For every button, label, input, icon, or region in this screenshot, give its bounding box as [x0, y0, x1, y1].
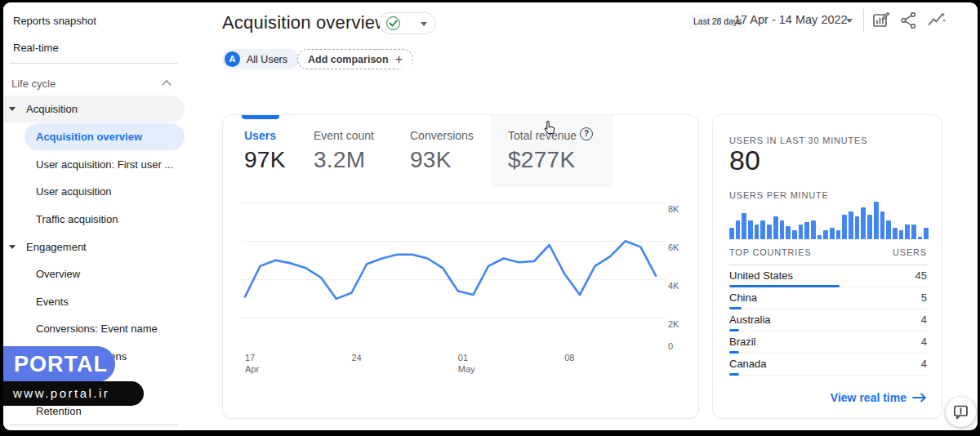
per-minute-bar	[804, 222, 809, 239]
selected-tab-indicator	[242, 115, 279, 119]
per-minute-bar	[823, 230, 828, 240]
per-minute-bar	[755, 225, 760, 239]
date-range-selector[interactable]: 17 Apr - 14 May 2022	[734, 13, 848, 26]
country-users-value: 4	[921, 314, 927, 326]
country-name: Australia	[729, 314, 771, 326]
per-minute-bar	[905, 225, 910, 239]
sidebar-divider	[10, 425, 178, 425]
per-minute-bar	[748, 220, 753, 239]
country-row: China5	[729, 287, 927, 309]
window-frame: Reports snapshot Real-time Life cycle Ac…	[0, 0, 980, 436]
per-minute-bar	[767, 225, 772, 239]
check-circle-icon	[386, 16, 400, 30]
country-row: Australia4	[729, 309, 927, 331]
sidebar-item-engagement[interactable]: Engagement	[3, 234, 185, 260]
per-minute-bar	[742, 213, 746, 239]
sidebar-item-user-acquisition[interactable]: User acquisition	[3, 178, 185, 205]
add-comparison-button[interactable]: Add comparison +	[297, 49, 413, 69]
per-minute-bar	[786, 226, 791, 239]
country-name: Canada	[729, 358, 767, 370]
y-axis-tick: 6K	[668, 242, 679, 252]
countries-table-header: TOP COUNTRIES USERS	[729, 247, 927, 265]
metric-tab-conversions[interactable]: Conversions 93K	[410, 129, 474, 173]
per-minute-bar	[760, 220, 765, 239]
arrow-right-icon	[912, 393, 927, 403]
sidebar-item-acquisition[interactable]: Acquisition	[3, 96, 185, 122]
per-minute-bar	[830, 228, 835, 239]
countries-table: United States45China5Australia4Brazil4Ca…	[729, 265, 927, 376]
segment-avatar: A	[225, 51, 240, 67]
users-per-minute-bar-chart	[729, 202, 929, 239]
country-row: United States45	[729, 265, 927, 287]
share-icon[interactable]	[899, 11, 919, 30]
country-users-value: 5	[921, 291, 927, 304]
sidebar-item-user-acquisition-first-user[interactable]: User acquisition: First user ...	[3, 151, 185, 178]
mouse-cursor-icon	[543, 120, 557, 139]
help-icon[interactable]: ?	[580, 127, 593, 140]
per-minute-bar	[792, 230, 797, 240]
plus-icon: +	[395, 52, 403, 67]
per-minute-bar	[893, 228, 898, 239]
report-status-dropdown[interactable]	[379, 12, 436, 34]
per-minute-bar	[817, 235, 822, 239]
acquisition-overview-card: Users 97K Event count 3.2M Conversions 9…	[222, 114, 699, 419]
sidebar-item-acquisition-overview[interactable]: Acquisition overview	[24, 123, 185, 150]
expand-arrow-icon	[9, 245, 16, 249]
country-users-value: 4	[921, 336, 927, 348]
country-row: Canada4	[729, 354, 927, 376]
sidebar-item-real-time[interactable]: Real-time	[3, 34, 185, 61]
users-per-minute-label: USERS PER MINUTE	[729, 190, 829, 200]
sidebar-section-life-cycle[interactable]: Life cycle	[3, 70, 185, 97]
analytics-screen: Reports snapshot Real-time Life cycle Ac…	[3, 2, 978, 430]
page-title: Acquisition overview	[222, 12, 388, 33]
chevron-up-icon	[162, 80, 171, 89]
country-row: Brazil4	[729, 331, 927, 354]
sidebar-item-events[interactable]: Events	[3, 288, 185, 315]
x-axis-tick: 17Apr	[245, 352, 259, 375]
per-minute-bar	[799, 225, 804, 239]
y-axis-tick: 4K	[668, 281, 679, 291]
portal-watermark-badge: PORTAL	[3, 346, 115, 382]
country-name: United States	[729, 269, 793, 282]
y-axis-tick: 8K	[668, 204, 679, 214]
insights-icon[interactable]	[927, 11, 947, 30]
per-minute-bar	[867, 215, 872, 239]
feedback-button[interactable]	[946, 397, 976, 427]
per-minute-bar	[880, 211, 885, 240]
per-minute-bar	[780, 220, 785, 239]
sidebar-divider	[10, 63, 178, 64]
users-30min-value: 80	[729, 145, 760, 176]
per-minute-bar	[773, 216, 778, 239]
per-minute-bar	[855, 216, 860, 239]
y-axis-tick: 0	[668, 341, 673, 351]
sidebar-item-reports-snapshot[interactable]: Reports snapshot	[3, 7, 185, 34]
per-minute-bar	[729, 228, 734, 239]
per-minute-bar	[911, 225, 916, 239]
country-users-value: 4	[921, 358, 927, 370]
metric-tab-event-count[interactable]: Event count 3.2M	[314, 129, 374, 173]
header-divider	[863, 9, 864, 32]
x-axis-tick: 01May	[458, 352, 475, 375]
per-minute-bar	[886, 220, 891, 239]
sidebar-item-overview[interactable]: Overview	[3, 260, 185, 287]
metric-tab-users[interactable]: Users 97K	[244, 129, 286, 173]
expand-arrow-icon	[9, 107, 16, 111]
country-users-value: 45	[915, 269, 927, 282]
sidebar-item-conversions-event-name[interactable]: Conversions: Event name	[3, 315, 185, 342]
x-axis-tick: 24	[351, 352, 361, 363]
country-bar	[729, 373, 739, 376]
redacted-area	[402, 65, 454, 80]
x-axis-tick: 08	[564, 352, 574, 363]
realtime-card: USERS IN LAST 30 MINUTES 80 USERS PER MI…	[712, 114, 942, 419]
all-users-segment-chip[interactable]: A All Users	[222, 49, 299, 69]
chevron-down-icon	[846, 19, 853, 23]
per-minute-bar	[918, 237, 923, 239]
per-minute-bar	[849, 211, 853, 240]
per-minute-bar	[899, 230, 904, 240]
feedback-bubble-icon	[953, 404, 969, 420]
per-minute-bar	[874, 202, 879, 239]
customize-report-icon[interactable]	[871, 11, 891, 30]
sidebar-item-traffic-acquisition[interactable]: Traffic acquisition	[3, 206, 185, 233]
per-minute-bar	[736, 220, 741, 239]
view-real-time-link[interactable]: View real time	[831, 391, 927, 404]
